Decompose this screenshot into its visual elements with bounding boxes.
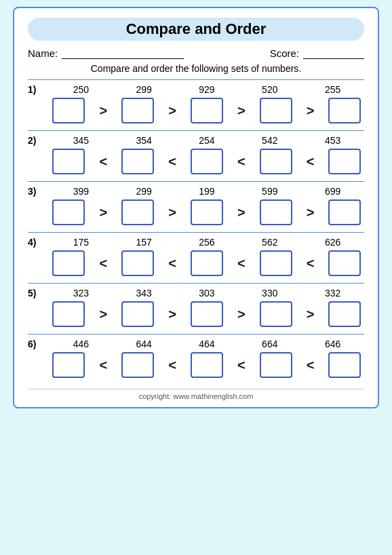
- answer-box-3-2[interactable]: [121, 199, 154, 225]
- boxes-row-1: >>>>: [50, 98, 364, 123]
- problems-container: 1)250299929520255>>>>2)345354254542453<<…: [28, 79, 364, 383]
- score-field: Score:: [270, 47, 364, 59]
- answer-box-4-3[interactable]: [191, 250, 223, 276]
- numbers-row-6: 446644464664646: [50, 339, 364, 349]
- answer-box-1-2[interactable]: [121, 98, 154, 123]
- answer-box-4-1[interactable]: [52, 250, 85, 276]
- operator-2-4: <: [298, 154, 323, 170]
- operator-5-3: >: [229, 307, 254, 322]
- problem-label-4: 4): [28, 237, 50, 248]
- operator-2-1: <: [91, 154, 115, 170]
- number-3-4: 599: [246, 186, 294, 197]
- problem-section-5: 5)323343303330332>>>>: [28, 283, 364, 332]
- operator-3-4: >: [298, 205, 323, 221]
- number-1-5: 255: [309, 84, 357, 95]
- number-3-5: 699: [309, 186, 357, 197]
- score-input-line: [303, 48, 364, 59]
- page-title: Compare and Order: [28, 18, 364, 41]
- numbers-row-3: 399299199599699: [50, 186, 364, 197]
- answer-box-5-3[interactable]: [191, 301, 223, 327]
- copyright: copyright: www.mathinenglish.com: [28, 389, 364, 400]
- number-5-2: 343: [120, 288, 168, 299]
- header-row: Name: Score:: [28, 47, 364, 59]
- operator-6-4: <: [298, 358, 323, 373]
- number-3-2: 299: [120, 186, 168, 197]
- number-5-4: 330: [246, 288, 294, 299]
- answer-box-4-4[interactable]: [260, 250, 292, 276]
- boxes-inner-4: <<<<: [50, 250, 364, 276]
- answer-box-3-4[interactable]: [260, 199, 292, 225]
- boxes-row-4: <<<<: [50, 250, 364, 276]
- answer-box-2-5[interactable]: [328, 149, 361, 174]
- answer-box-6-3[interactable]: [191, 352, 223, 378]
- operator-4-4: <: [298, 256, 323, 271]
- number-5-1: 323: [57, 288, 104, 299]
- answer-box-2-1[interactable]: [52, 149, 85, 174]
- answer-box-6-5[interactable]: [328, 352, 361, 378]
- answer-box-3-1[interactable]: [52, 199, 85, 225]
- operator-1-3: >: [229, 103, 254, 119]
- operator-6-3: <: [229, 358, 254, 373]
- problem-section-1: 1)250299929520255>>>>: [28, 79, 364, 129]
- problem-numbers-1: 1)250299929520255: [28, 84, 364, 95]
- number-6-1: 446: [57, 339, 104, 349]
- number-4-5: 626: [309, 237, 357, 248]
- boxes-inner-3: >>>>: [50, 199, 364, 225]
- name-label: Name:: [28, 47, 58, 59]
- answer-box-6-4[interactable]: [260, 352, 292, 378]
- answer-box-1-5[interactable]: [328, 98, 361, 123]
- answer-box-4-5[interactable]: [328, 250, 361, 276]
- number-4-1: 175: [57, 237, 104, 248]
- number-6-4: 664: [246, 339, 294, 349]
- number-4-4: 562: [246, 237, 294, 248]
- boxes-inner-2: <<<<: [50, 149, 364, 174]
- problem-numbers-4: 4)175157256562626: [28, 237, 364, 248]
- problem-label-2: 2): [28, 135, 50, 146]
- number-2-5: 453: [309, 135, 357, 146]
- answer-box-6-1[interactable]: [52, 352, 85, 378]
- number-4-3: 256: [183, 237, 231, 248]
- number-5-5: 332: [309, 288, 357, 299]
- page: Compare and Order Name: Score: Compare a…: [13, 7, 379, 408]
- answer-box-5-4[interactable]: [260, 301, 292, 327]
- operator-1-2: >: [160, 103, 184, 119]
- operator-6-2: <: [160, 358, 184, 373]
- answer-box-2-2[interactable]: [121, 149, 154, 174]
- operator-1-4: >: [298, 103, 323, 119]
- numbers-row-1: 250299929520255: [50, 84, 364, 95]
- problem-numbers-6: 6)446644464664646: [28, 339, 364, 349]
- answer-box-6-2[interactable]: [121, 352, 154, 378]
- number-6-2: 644: [120, 339, 168, 349]
- name-input-line: [62, 48, 184, 59]
- boxes-row-5: >>>>: [50, 301, 364, 327]
- answer-box-3-3[interactable]: [191, 199, 223, 225]
- answer-box-2-3[interactable]: [191, 149, 223, 174]
- answer-box-5-2[interactable]: [121, 301, 154, 327]
- answer-box-5-5[interactable]: [328, 301, 361, 327]
- answer-box-5-1[interactable]: [52, 301, 85, 327]
- problem-label-1: 1): [28, 84, 50, 95]
- numbers-row-4: 175157256562626: [50, 237, 364, 248]
- answer-box-2-4[interactable]: [260, 149, 292, 174]
- answer-box-1-1[interactable]: [52, 98, 85, 123]
- problem-label-6: 6): [28, 339, 50, 349]
- number-4-2: 157: [120, 237, 168, 248]
- boxes-row-2: <<<<: [50, 149, 364, 174]
- problem-section-4: 4)175157256562626<<<<: [28, 232, 364, 282]
- boxes-row-6: <<<<: [50, 352, 364, 378]
- answer-box-1-4[interactable]: [260, 98, 292, 123]
- operator-4-3: <: [229, 256, 254, 271]
- number-1-2: 299: [120, 84, 168, 95]
- problem-label-5: 5): [28, 288, 50, 299]
- number-1-3: 929: [183, 84, 231, 95]
- operator-5-1: >: [91, 307, 115, 322]
- operator-5-4: >: [298, 307, 323, 322]
- number-2-2: 354: [120, 135, 168, 146]
- name-field: Name:: [28, 47, 184, 59]
- answer-box-4-2[interactable]: [121, 250, 154, 276]
- answer-box-1-3[interactable]: [191, 98, 223, 123]
- operator-3-3: >: [229, 205, 254, 221]
- answer-box-3-5[interactable]: [328, 199, 361, 225]
- boxes-inner-6: <<<<: [50, 352, 364, 378]
- problem-numbers-2: 2)345354254542453: [28, 135, 364, 146]
